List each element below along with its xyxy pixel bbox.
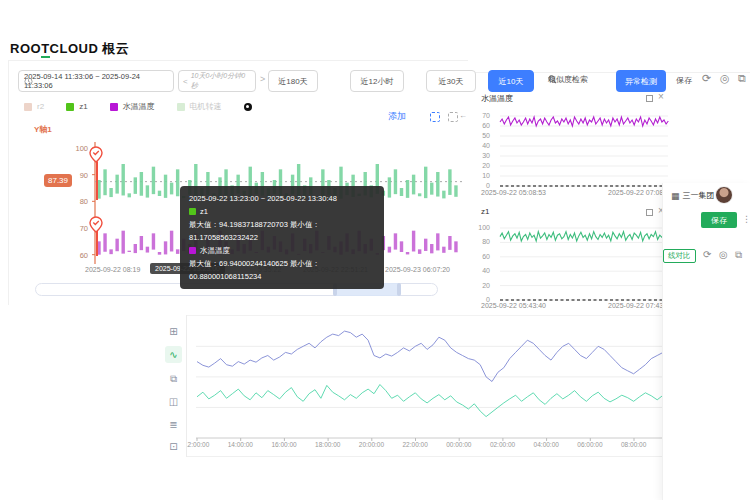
tick-label: 50 <box>474 132 490 139</box>
tick-label: 0 <box>474 296 490 303</box>
export-icon[interactable]: ⧉ <box>735 249 742 261</box>
tick-label: 80 <box>68 197 88 206</box>
z1-chart[interactable] <box>494 224 670 304</box>
similarity-search-button[interactable]: 相似度检索 <box>548 74 588 85</box>
tooltip-swatch <box>189 247 196 254</box>
tick-label: 40 <box>474 142 490 149</box>
legend-label: r2 <box>37 102 44 111</box>
tick-label: 18:00:00 <box>315 441 340 448</box>
tick-label: 20:00:00 <box>359 441 384 448</box>
tooltip-series-name: 水温温度 <box>189 244 375 257</box>
brand-logo: ROOTCLOUD根云 <box>10 40 129 58</box>
tick-label: 90 <box>68 171 88 180</box>
tick-label: 60 <box>68 251 88 260</box>
expand-icon[interactable] <box>646 95 653 102</box>
undo-arrow-icon: ← <box>459 111 467 120</box>
tooltip-title: 2025-09-22 13:23:00 ~ 2025-09-22 13:30:4… <box>189 192 375 205</box>
quick-range-12h-button[interactable]: 近12小时 <box>350 70 404 92</box>
tick-label: 80 <box>474 238 490 245</box>
tick-label: 14:00:00 <box>228 441 253 448</box>
legend-swatch <box>24 103 32 111</box>
refresh-icon[interactable]: ⟳ <box>702 72 711 85</box>
quick-range-10d-button[interactable]: 近10天 <box>488 70 534 92</box>
legend-item-z1[interactable]: z1 <box>66 102 87 111</box>
divider <box>8 60 9 305</box>
legend-item-motor-speed[interactable]: 电机转速 <box>177 101 222 112</box>
panel-title-z1: z1 <box>481 207 489 216</box>
avatar[interactable] <box>715 186 733 204</box>
tick-label: 12:00:00 <box>184 441 209 448</box>
x-axis-label: 2025-09-23 06:07:20 <box>385 266 450 273</box>
tool-grid-icon[interactable]: ⊞ <box>165 323 182 340</box>
add-series-link[interactable]: 添加 <box>388 110 406 123</box>
close-icon[interactable]: × <box>658 93 664 101</box>
anomaly-detect-button[interactable]: 异常检测 <box>616 70 666 92</box>
quick-range-30d-button[interactable]: 近30天 <box>426 70 476 92</box>
expand-icon[interactable] <box>646 209 653 216</box>
target-icon[interactable]: ◎ <box>720 72 730 85</box>
logo-text: T <box>41 41 49 58</box>
tooltip-series-values: 最大值：69.94000244140625 最小值：60.88000106811… <box>189 257 375 283</box>
refresh-icon[interactable]: ⟳ <box>703 249 711 260</box>
overlay-save-button[interactable]: 保存 <box>701 212 737 228</box>
export-icon[interactable]: ⧉ <box>738 72 746 85</box>
tool-settings-icon[interactable]: ⊡ <box>165 438 182 455</box>
tick-label: 70 <box>474 112 490 119</box>
x-axis-label: 2025-09-22 05:08:53 <box>481 189 546 196</box>
y-axis-label: Y轴1 <box>34 124 52 135</box>
panel-title-water-temp: 水温温度 <box>481 93 513 104</box>
tool-list-icon[interactable]: ≣ <box>165 416 182 433</box>
tool-frame-icon[interactable]: ◫ <box>165 393 182 410</box>
legend: r2 z1 水温温度 电机转速 <box>24 101 252 112</box>
divider <box>8 60 468 61</box>
prev-arrow-icon[interactable]: < <box>183 77 188 86</box>
tick-label: 40 <box>474 267 490 274</box>
tool-line-chart-icon[interactable]: ∿ <box>165 346 182 363</box>
target-icon[interactable]: ◎ <box>719 249 728 260</box>
tick-label: 04:00:00 <box>534 441 559 448</box>
kebab-menu-icon[interactable]: ⋮ <box>742 214 750 224</box>
legend-label: 电机转速 <box>190 101 222 112</box>
duration-value: 10天0小时0分钟0秒 <box>191 71 251 91</box>
x-axis-label: 2025-09-22 07:08:5 <box>608 189 669 196</box>
x-axis-label: 2025-09-22 05:43:40 <box>481 302 546 309</box>
legend-item-water-temp[interactable]: 水温温度 <box>110 101 155 112</box>
tick-label: 10 <box>474 172 490 179</box>
app-root: ROOTCLOUD根云 2025-09-14 11:33:06 ~ 2025-0… <box>0 0 750 500</box>
series-start-pin-icon[interactable] <box>89 146 103 163</box>
tick-label: 08:00:00 <box>621 441 646 448</box>
x-axis-label: 2025-09-22 07:43:4 <box>608 302 669 309</box>
date-range-input[interactable]: 2025-09-14 11:33:06 ~ 2025-09-24 11:33:0… <box>18 70 174 92</box>
quick-range-180d-button[interactable]: 近180天 <box>268 70 318 92</box>
series-start-pin-icon[interactable] <box>89 216 103 233</box>
target-dot-icon[interactable] <box>244 103 252 111</box>
brush-handle-right[interactable] <box>397 283 401 296</box>
tick-label: 60 <box>474 253 490 260</box>
clock-icon <box>24 77 33 86</box>
x-axis-label: 2025-09-22 08:19 <box>85 266 140 273</box>
box-select-icon[interactable] <box>430 112 440 122</box>
tick-label: 100 <box>474 224 490 231</box>
tick-label: 16:00:00 <box>271 441 296 448</box>
save-button[interactable]: 保存 <box>676 75 692 86</box>
bottom-tool-sidebar: ⊞ ∿ ⧉ ◫ ≣ ⊡ <box>160 315 187 457</box>
next-arrow-icon[interactable]: > <box>260 74 265 84</box>
tick-label: 30 <box>474 152 490 159</box>
tool-compare-icon[interactable]: ⧉ <box>165 370 182 387</box>
search-icon <box>548 75 557 84</box>
legend-label: z1 <box>79 102 87 111</box>
duration-box[interactable]: < 10天0小时0分钟0秒 <box>178 70 256 92</box>
tick-label: 06:00:00 <box>577 441 602 448</box>
tick-label: 70 <box>68 224 88 233</box>
water-temp-chart[interactable] <box>494 110 670 190</box>
logo-text: ROO <box>10 41 41 56</box>
tick-label: 0 <box>474 182 490 189</box>
logo-suffix: 根云 <box>102 41 129 56</box>
legend-label: 水温温度 <box>123 101 155 112</box>
date-range-value: 2025-09-14 11:33:06 ~ 2025-09-24 11:33:0… <box>24 72 168 90</box>
legend-item-r2[interactable]: r2 <box>24 102 44 111</box>
box-select-undo-icon[interactable] <box>448 112 458 122</box>
tooltip-series-name: z1 <box>189 205 375 218</box>
compare-badge[interactable]: 线对比 <box>663 249 696 263</box>
tick-label: 20 <box>474 162 490 169</box>
